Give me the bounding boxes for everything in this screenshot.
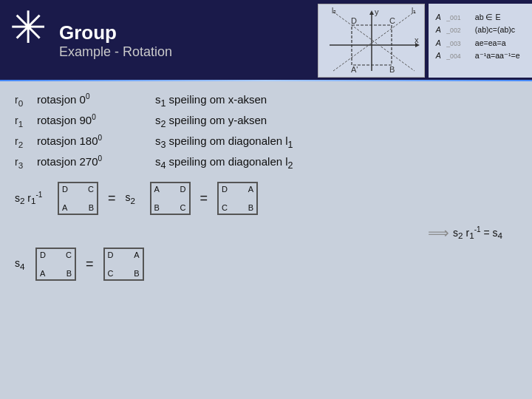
s4-label: s4 (15, 257, 30, 271)
corner-bl-1a: A (62, 203, 67, 212)
corner-br-1b: C (180, 203, 186, 212)
svg-text:l₁: l₁ (412, 7, 416, 15)
header-title: Group (59, 21, 172, 44)
svg-text:y: y (375, 7, 379, 16)
rot-text-3: rotasjon 2700 (37, 154, 155, 168)
matrix-box-s4b: D A C B (103, 248, 144, 281)
svg-text:A': A' (351, 65, 358, 74)
rotation-row-1: r1 rotasjon 900 s2 speiling om y-aksen (15, 113, 517, 129)
rot-desc-1: s2 speiling om y-aksen (155, 114, 267, 129)
rot-label-3: r3 (15, 156, 37, 170)
rot-text-1: rotasjon 900 (37, 113, 155, 126)
matrix-box-s4a: D C A B (35, 248, 76, 281)
svg-text:a⁻¹a=aa⁻¹=e: a⁻¹a=aa⁻¹=e (475, 51, 520, 60)
svg-text:B: B (389, 65, 395, 74)
formula-area: A _001 ab ∈ E A _002 (ab)c=(ab)c A _003 … (429, 4, 532, 78)
equals-s4: = (86, 256, 94, 272)
rotation-row-0: r0 rotasjon 00 s1 speiling om x-aksen (15, 92, 517, 109)
header-text: Group Example - Rotation (59, 21, 172, 60)
rot-desc-2: s3 speiling om diagonalen l1 (155, 134, 293, 150)
rotation-diagram: y x l₂ l₁ D C A' B (318, 4, 425, 78)
corner-tr-1b: D (180, 185, 186, 194)
matrix-label-s2: s2 (126, 191, 144, 205)
rot-text-2: rotasjon 1800 (37, 134, 155, 147)
svg-text:(ab)c=(ab)c: (ab)c=(ab)c (475, 25, 516, 34)
equals-1: = (108, 191, 116, 206)
rot-desc-0: s1 speiling om x-aksen (155, 93, 267, 109)
main-content: r0 rotasjon 00 s1 speiling om x-aksen r1… (0, 81, 532, 399)
matrix-eq1: s2 r1-1 D C A B = s2 A D B C = D A C B (15, 182, 517, 215)
corner-tl-1a: D (62, 185, 68, 194)
rot-label-1: r1 (15, 115, 37, 129)
matrix-box-1b: A D B C (150, 182, 191, 215)
svg-text:ae=ea=a: ae=ea=a (475, 38, 506, 47)
corner-tl-1b: A (154, 185, 160, 194)
corner-br-1c: B (248, 203, 253, 212)
equals-2: = (200, 191, 208, 206)
corner-bl-1c: C (222, 203, 228, 212)
corner-bl-1b: B (154, 203, 160, 212)
rot-text-0: rotasjon 00 (37, 92, 155, 106)
rot-desc-3: s4 speiling om diagonalen l2 (155, 155, 293, 171)
svg-text:l₂: l₂ (332, 7, 336, 15)
corner-br-s4b: B (134, 269, 139, 278)
arrow-section: ⟹ s2 r1-1 = s4 (15, 224, 517, 242)
arrow-label: s2 r1-1 = s4 (453, 225, 502, 240)
corner-tl-s4b: D (108, 250, 114, 259)
matrix-eq1-label: s2 r1-1 (15, 191, 52, 205)
svg-text:ab ∈ E: ab ∈ E (475, 13, 501, 21)
svg-text:A: A (435, 51, 441, 60)
svg-marker-2 (369, 10, 374, 15)
corner-tr-s4b: A (134, 250, 139, 259)
svg-text:A: A (435, 38, 441, 47)
corner-tr-1a: C (88, 185, 94, 194)
rot-label-2: r2 (15, 135, 37, 149)
s4-section: s4 D C A B = D A C B (15, 248, 517, 281)
svg-text:A: A (435, 25, 441, 34)
svg-text:_001: _001 (446, 14, 460, 21)
svg-text:x: x (415, 35, 419, 44)
corner-br-1a: B (89, 203, 94, 212)
svg-text:A: A (435, 13, 441, 21)
rot-label-0: r0 (15, 94, 37, 108)
corner-tl-1c: D (222, 185, 228, 194)
matrix-box-1c: D A C B (217, 182, 258, 215)
corner-bl-s4a: A (40, 269, 45, 278)
header-subtitle: Example - Rotation (59, 44, 172, 60)
svg-text:D: D (351, 16, 357, 25)
corner-tr-1c: A (248, 185, 253, 194)
corner-br-s4a: B (66, 269, 72, 278)
svg-text:C: C (389, 16, 395, 25)
corner-bl-s4b: C (108, 269, 114, 278)
star-icon: ✳ (4, 4, 52, 52)
matrix-box-1a: D C A B (58, 182, 98, 215)
svg-text:_002: _002 (446, 27, 460, 34)
rotation-row-2: r2 rotasjon 1800 s3 speiling om diagonal… (15, 134, 517, 150)
svg-text:_003: _003 (446, 39, 460, 47)
corner-tr-s4a: C (66, 250, 72, 259)
rotation-list: r0 rotasjon 00 s1 speiling om x-aksen r1… (15, 92, 517, 171)
corner-tl-s4a: D (40, 250, 46, 259)
arrow-icon: ⟹ (428, 224, 449, 242)
svg-text:_004: _004 (446, 52, 460, 60)
rotation-row-3: r3 rotasjon 2700 s4 speiling om diagonal… (15, 154, 517, 171)
formulas-svg: A _001 ab ∈ E A _002 (ab)c=(ab)c A _003 … (432, 6, 528, 76)
